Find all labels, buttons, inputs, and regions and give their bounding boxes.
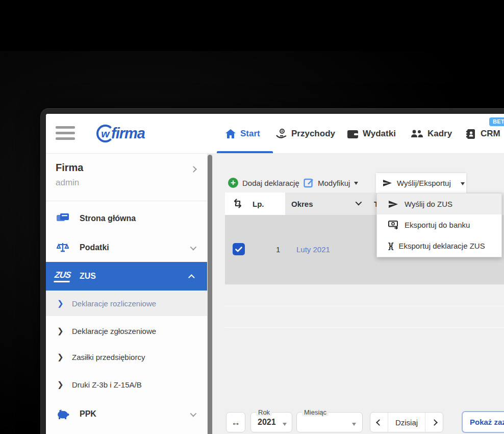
reorder-swap-icon[interactable] [232, 199, 243, 208]
tab-wydatki[interactable]: Wydatki [347, 127, 396, 140]
tab-kadry[interactable]: Kadry [411, 127, 452, 140]
chevron-up-icon [188, 274, 195, 281]
header-lp[interactable]: Lp. [253, 200, 264, 208]
banknote-export-icon [388, 221, 398, 229]
sidebar-item-zus[interactable]: ZUS ZUS [46, 262, 207, 291]
tab-label: Przychody [291, 129, 335, 139]
arrow-right-icon: ❯ [57, 380, 64, 389]
subitem-label: Zasiłki przedsiębiorcy [72, 353, 145, 361]
company-name: Firma [56, 162, 83, 174]
send-export-button[interactable]: Wyślij/Eksportuj [376, 173, 466, 193]
today-button[interactable]: Dzisiaj [388, 413, 425, 432]
sort-chevron-icon[interactable] [356, 199, 362, 206]
menu-item-eksportuj-deklaracje-zus[interactable]: }{ Eksportuj deklaracje ZUS [377, 235, 501, 256]
balance-scale-icon [57, 243, 70, 253]
prev-period-button[interactable] [370, 413, 388, 432]
sidebar-divider [46, 201, 207, 201]
company-switcher[interactable]: Firma admin [46, 154, 207, 201]
add-declaration-button[interactable]: + Dodaj deklarację [228, 173, 299, 192]
button-label: Dodaj deklarację [242, 179, 299, 187]
paper-plane-icon [383, 179, 392, 187]
caret-down-icon [283, 423, 287, 428]
tab-label: Wydatki [363, 129, 396, 139]
arrow-right-icon: ❯ [57, 352, 64, 361]
show-selected-button[interactable]: Pokaż zaznaczone [462, 411, 504, 433]
sidebar-item-label: Strona główna [80, 214, 136, 223]
caret-down-icon [461, 182, 465, 187]
chevron-down-icon [190, 244, 197, 250]
sidebar-item-strona-glowna[interactable]: Strona główna [46, 205, 207, 232]
logo-text: firma [111, 125, 145, 142]
sidebar-item-label: Podatki [80, 243, 109, 252]
button-label: Modyfikuj [318, 179, 350, 187]
sidebar-item-podatki[interactable]: Podatki [46, 234, 207, 261]
subitem-label: Deklaracje rozliczeniowe [72, 299, 156, 308]
topbar: w firma Start [46, 114, 504, 154]
sidebar: Firma admin Strona główna [46, 154, 207, 434]
main-content: + Dodaj deklarację Modyfikuj [213, 154, 504, 434]
sidebar-subitem-zasilki-przedsiebiorcy[interactable]: ❯ Zasiłki przedsiębiorcy [46, 344, 207, 370]
row-separator [225, 306, 504, 306]
expand-range-button[interactable]: ↔ [226, 412, 245, 432]
dashboard-icon [57, 213, 70, 224]
hand-coin-icon [276, 129, 287, 139]
arrow-right-icon: ❯ [57, 299, 64, 308]
date-nav-group: Dzisiaj [370, 412, 443, 432]
cell-okres-link[interactable]: Luty 2021 [296, 245, 330, 254]
sidebar-item-ppk[interactable]: PPK [46, 401, 207, 427]
sidebar-subitem-deklaracje-zgloszeniowe[interactable]: ❯ Deklaracje zgłoszeniowe [46, 318, 207, 344]
edit-pencil-icon [304, 178, 314, 188]
year-select[interactable]: Rok 2021 [250, 412, 292, 432]
menu-item-eksportuj-do-banku[interactable]: Eksportuj do banku [377, 214, 501, 235]
wfirma-app: w firma Start [46, 114, 504, 434]
caret-down-icon [354, 182, 358, 187]
left-right-arrow-icon: ↔ [231, 417, 240, 428]
chevron-left-icon [376, 419, 383, 426]
row-checkbox-checked[interactable] [233, 243, 245, 255]
hamburger-menu-icon[interactable] [56, 126, 76, 141]
address-book-icon [466, 129, 476, 139]
year-select-value: 2021 [258, 418, 276, 427]
header-okres[interactable]: Okres [291, 200, 313, 208]
tab-label: Start [240, 129, 260, 139]
sidebar-subitem-druki[interactable]: ❯ Druki Z-3b i Z-15A/B [46, 372, 207, 397]
chevron-right-icon [190, 166, 197, 173]
year-select-label: Rok [256, 408, 272, 416]
month-select[interactable]: Miesiąc [296, 412, 363, 432]
tab-label: CRM [481, 129, 500, 139]
menu-item-label: Eksportuj do banku [405, 221, 470, 229]
cell-lp: 1 [276, 245, 280, 254]
subitem-label: Deklaracje zgłoszeniowe [72, 327, 156, 335]
zus-logo-icon: ZUS [55, 270, 68, 282]
piggy-bank-icon [57, 409, 70, 419]
xml-brackets-icon: }{ [388, 242, 392, 251]
sidebar-item-label: PPK [80, 409, 96, 419]
next-period-button[interactable] [425, 413, 443, 432]
plus-circle-icon: + [228, 178, 238, 188]
menu-item-wyslij-do-zus[interactable]: Wyślij do ZUS [377, 194, 501, 214]
modify-button[interactable]: Modyfikuj [304, 173, 358, 192]
wfirma-logo[interactable]: w firma [96, 125, 145, 142]
arrow-right-icon: ❯ [57, 326, 64, 335]
chevron-down-icon [190, 410, 197, 417]
tab-start[interactable]: Start [225, 127, 260, 140]
caret-down-icon [352, 423, 356, 428]
active-tab-underline [217, 151, 273, 153]
sidebar-subitem-deklaracje-rozliczeniowe[interactable]: ❯ Deklaracje rozliczeniowe [46, 291, 207, 316]
sidebar-item-label: ZUS [80, 272, 96, 281]
tab-crm[interactable]: CRM [466, 127, 500, 140]
sidebar-scrollbar[interactable] [207, 154, 213, 434]
row-separator [225, 327, 504, 328]
scrollbar-thumb[interactable] [208, 155, 212, 434]
today-label: Dzisiaj [395, 418, 418, 427]
beta-badge: BETA [489, 117, 504, 126]
tab-label: Kadry [427, 129, 452, 139]
month-select-label: Miesiąc [302, 408, 329, 416]
app-window-frame: w firma Start [40, 108, 504, 434]
chevron-right-icon [431, 419, 438, 426]
users-icon [411, 129, 423, 138]
button-label: Pokaż zaznaczone [470, 418, 504, 426]
wallet-icon [347, 129, 358, 138]
paper-plane-icon [388, 200, 398, 209]
tab-przychody[interactable]: Przychody [276, 127, 335, 140]
